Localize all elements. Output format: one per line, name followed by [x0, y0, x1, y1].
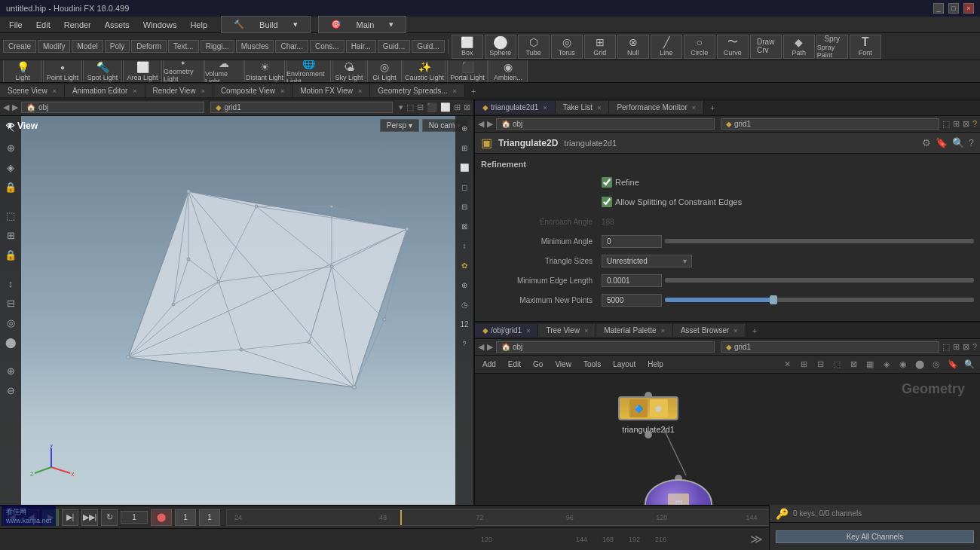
rtb-btn4[interactable]: ◻ — [455, 178, 473, 196]
right-nav-forward[interactable]: ▶ — [487, 119, 493, 129]
rtab-tree-view[interactable]: Tree View× — [538, 324, 596, 337]
ng-nav-back[interactable]: ◀ — [478, 342, 484, 352]
minimize-btn[interactable]: _ — [933, 3, 944, 14]
tool-spray[interactable]: SprySpray Paint — [816, 35, 848, 59]
viewport-mode-btn5[interactable]: ⊞ — [454, 102, 461, 112]
shelf-tab-muscles[interactable]: Muscles — [236, 40, 274, 53]
shelf-tab-guid2[interactable]: Guid... — [412, 40, 444, 53]
tab-close-geometry-spreads[interactable]: × — [453, 87, 457, 95]
nav-back-btn[interactable]: ◀ — [3, 102, 9, 112]
rtb-btn3[interactable]: ⬜ — [455, 158, 473, 176]
ng-icon2[interactable]: ⊞ — [953, 342, 960, 352]
tool-env-light[interactable]: 🌐Environment Light — [286, 60, 331, 83]
ng-icon4[interactable]: ? — [972, 342, 977, 352]
props-search-icon[interactable]: 🔍 — [952, 137, 964, 148]
shelf-tab-model[interactable]: Model — [72, 40, 103, 53]
rtab-nodegraph-path[interactable]: ◆ /obj/grid1 × — [475, 324, 538, 337]
node-box[interactable]: 🔷 ⬟ — [618, 396, 678, 420]
menu-windows[interactable]: Windows — [137, 19, 183, 31]
tab-geometry-spreads[interactable]: Geometry Spreads...× — [370, 84, 465, 97]
path-expand-btn[interactable]: ▾ — [399, 102, 403, 112]
tool-btn-8[interactable]: ↕ — [2, 274, 20, 292]
ng-icon-a[interactable]: ✕ — [779, 357, 795, 372]
tool-btn-9[interactable]: ⊟ — [2, 294, 20, 312]
menu-edit[interactable]: Edit — [30, 19, 57, 31]
tool-area-light[interactable]: ⬜Area Light — [123, 60, 162, 83]
rtab-perf-close[interactable]: × — [692, 104, 696, 112]
viewport-mode-btn3[interactable]: ⬛ — [427, 102, 437, 112]
menu-help[interactable]: Help — [184, 19, 213, 31]
min-edge-input[interactable] — [602, 274, 662, 287]
left-path-node[interactable]: ◆ grid1 — [210, 102, 394, 113]
build-dropdown[interactable]: 🔨 Build ▾ — [221, 16, 310, 33]
ng-menu-tools[interactable]: Tools — [579, 359, 605, 370]
tool-spot-light[interactable]: 🔦Spot Light — [83, 60, 122, 83]
menu-file[interactable]: File — [3, 19, 29, 31]
ng-icon-f[interactable]: ▦ — [862, 357, 877, 372]
tool-tube[interactable]: ⬡Tube — [518, 35, 550, 59]
tool-sky-light[interactable]: 🌤Sky Light — [332, 60, 366, 83]
tool-btn-2[interactable]: ⊕ — [2, 139, 20, 157]
right-mode-btn4[interactable]: ? — [972, 119, 977, 129]
right-nav-back[interactable]: ◀ — [478, 119, 484, 129]
tool-btn-6[interactable]: ⊞ — [2, 226, 20, 244]
tool-btn-12[interactable]: ⊕ — [2, 362, 20, 380]
tool-light[interactable]: 💡Light — [3, 60, 42, 83]
tool-btn-7[interactable]: 🔒 — [2, 246, 20, 264]
shelf-tab-riggi[interactable]: Riggi... — [201, 40, 234, 53]
tool-portal-light[interactable]: ⬛Portal Light — [447, 60, 488, 83]
ng-path-node[interactable]: ◆ grid1 — [721, 341, 939, 353]
allow-splitting-checkbox[interactable] — [602, 197, 612, 207]
tool-btn-13[interactable]: ⊖ — [2, 381, 20, 399]
rtb-btn5[interactable]: ⊟ — [455, 197, 473, 215]
tool-line[interactable]: ╱Line — [651, 35, 682, 59]
viewport-mode-btn4[interactable]: ⬜ — [440, 102, 451, 112]
refine-checkbox[interactable] — [602, 177, 612, 188]
tool-geo-light[interactable]: ✦Geometry Light — [163, 60, 204, 83]
rtab-material-palette[interactable]: Material Palette× — [596, 324, 673, 337]
ng-icon-i[interactable]: ⬤ — [912, 357, 927, 372]
props-bookmark-icon[interactable]: 🔖 — [936, 137, 948, 148]
ng-path-close[interactable]: × — [526, 327, 530, 335]
right-mode-btn3[interactable]: ⊠ — [963, 119, 969, 129]
tab-close-motion-fx[interactable]: × — [358, 87, 362, 95]
shelf-tab-text[interactable]: Text... — [168, 40, 199, 53]
tool-box[interactable]: ⬜Box — [452, 35, 483, 59]
ng-mat-close[interactable]: × — [661, 327, 665, 335]
menu-assets[interactable]: Assets — [99, 19, 136, 31]
tl-end-btn[interactable]: ▶▶| — [81, 509, 98, 526]
shelf-tab-cons[interactable]: Cons... — [310, 40, 345, 53]
tool-sphere[interactable]: ⚪Sphere — [485, 35, 516, 59]
rtb-btn11[interactable]: 12 — [455, 315, 473, 333]
shelf-tab-create[interactable]: Create — [3, 40, 36, 53]
key-all-channels-btn[interactable]: Key All Channels — [776, 530, 974, 543]
add-right-tab-btn[interactable]: + — [704, 101, 721, 115]
tool-btn-5[interactable]: ⬚ — [2, 206, 20, 225]
ng-icon-e[interactable]: ⊠ — [846, 357, 861, 372]
tool-font[interactable]: TFont — [850, 35, 881, 59]
props-settings-icon[interactable]: ⚙ — [922, 137, 931, 148]
tool-btn-3[interactable]: ◈ — [2, 158, 20, 176]
rtb-btn9[interactable]: ⊕ — [455, 276, 473, 294]
maximize-btn[interactable]: □ — [948, 3, 959, 14]
rtab-triangulate[interactable]: ◆ triangulate2d1 × — [475, 101, 556, 114]
rtab-take-list[interactable]: Take List× — [556, 101, 610, 114]
tl-next-btn[interactable]: ▶| — [62, 509, 78, 526]
ng-icon-h[interactable]: ◉ — [896, 357, 911, 372]
tool-dist-light[interactable]: ☀Distant Light — [244, 60, 285, 83]
ng-menu-edit[interactable]: Edit — [504, 359, 525, 370]
rtb-btn8[interactable]: ✿ — [455, 256, 473, 274]
ng-path-obj[interactable]: 🏠 obj — [496, 341, 715, 353]
frame-input[interactable] — [121, 511, 148, 524]
rtb-btn1[interactable]: ⊕ — [455, 119, 473, 137]
add-ng-tab-btn[interactable]: + — [746, 324, 763, 338]
rtab-take-close[interactable]: × — [597, 104, 601, 112]
shelf-tab-poly[interactable]: Poly — [105, 40, 130, 53]
rtab-asset-browser[interactable]: Asset Browser× — [673, 324, 746, 337]
max-points-input[interactable] — [602, 294, 662, 307]
menu-render[interactable]: Render — [58, 19, 97, 31]
uv-node-box[interactable]: 🖼 — [645, 479, 712, 505]
ng-icon3[interactable]: ⊠ — [963, 342, 969, 352]
right-mode-btn2[interactable]: ⊞ — [953, 119, 960, 129]
node-triangulate2d1[interactable]: 🔷 ⬟ triangulate2d1 — [618, 396, 678, 434]
